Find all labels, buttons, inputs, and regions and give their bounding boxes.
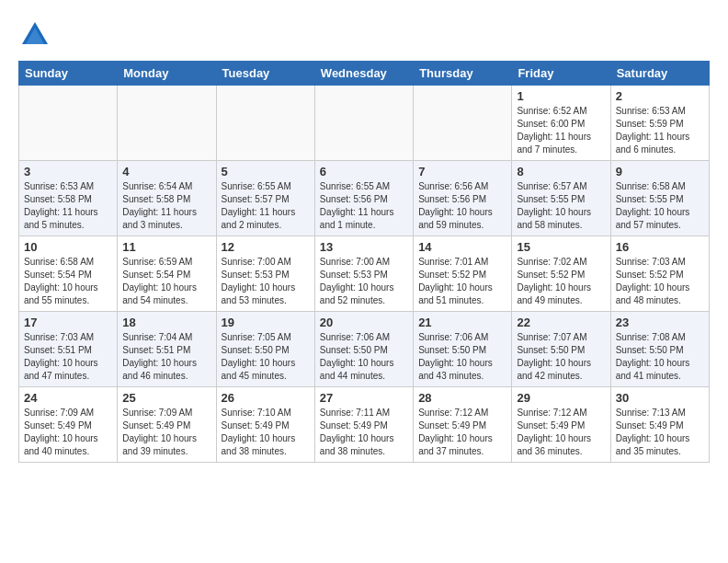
day-info: Sunrise: 6:53 AM Sunset: 5:58 PM Dayligh… <box>24 180 112 232</box>
day-info: Sunrise: 7:13 AM Sunset: 5:49 PM Dayligh… <box>616 407 704 458</box>
day-number: 8 <box>517 165 605 178</box>
calendar-cell: 27Sunrise: 7:11 AM Sunset: 5:49 PM Dayli… <box>314 387 413 463</box>
day-number: 4 <box>122 165 210 178</box>
calendar-cell <box>118 86 216 161</box>
calendar-cell: 8Sunrise: 6:57 AM Sunset: 5:55 PM Daylig… <box>512 161 610 236</box>
day-info: Sunrise: 7:07 AM Sunset: 5:50 PM Dayligh… <box>517 331 605 383</box>
calendar-cell: 13Sunrise: 7:00 AM Sunset: 5:53 PM Dayli… <box>314 236 413 312</box>
day-info: Sunrise: 6:53 AM Sunset: 5:59 PM Dayligh… <box>616 105 704 156</box>
day-info: Sunrise: 7:06 AM Sunset: 5:50 PM Dayligh… <box>418 331 506 383</box>
day-number: 23 <box>616 316 704 329</box>
calendar-cell <box>314 86 413 161</box>
calendar-cell: 14Sunrise: 7:01 AM Sunset: 5:52 PM Dayli… <box>414 236 512 312</box>
calendar-cell: 9Sunrise: 6:58 AM Sunset: 5:55 PM Daylig… <box>610 161 709 236</box>
day-number: 13 <box>320 240 408 254</box>
calendar-cell: 23Sunrise: 7:08 AM Sunset: 5:50 PM Dayli… <box>610 312 709 387</box>
calendar-cell: 1Sunrise: 6:52 AM Sunset: 6:00 PM Daylig… <box>512 86 610 161</box>
weekday-header: Wednesday <box>314 62 413 86</box>
day-info: Sunrise: 6:52 AM Sunset: 6:00 PM Dayligh… <box>517 105 605 156</box>
day-number: 7 <box>418 165 506 178</box>
day-info: Sunrise: 7:00 AM Sunset: 5:53 PM Dayligh… <box>222 256 310 307</box>
day-info: Sunrise: 7:12 AM Sunset: 5:49 PM Dayligh… <box>517 407 605 458</box>
day-number: 3 <box>24 165 112 178</box>
calendar-cell: 26Sunrise: 7:10 AM Sunset: 5:49 PM Dayli… <box>216 387 314 463</box>
calendar-cell: 25Sunrise: 7:09 AM Sunset: 5:49 PM Dayli… <box>118 387 216 463</box>
calendar-week-row: 3Sunrise: 6:53 AM Sunset: 5:58 PM Daylig… <box>19 161 710 236</box>
page: SundayMondayTuesdayWednesdayThursdayFrid… <box>0 0 728 472</box>
day-number: 18 <box>122 316 210 329</box>
day-number: 25 <box>122 391 210 405</box>
header <box>18 18 710 52</box>
day-number: 19 <box>222 316 310 329</box>
day-info: Sunrise: 6:55 AM Sunset: 5:57 PM Dayligh… <box>222 180 310 232</box>
calendar-cell: 7Sunrise: 6:56 AM Sunset: 5:56 PM Daylig… <box>414 161 512 236</box>
day-number: 2 <box>616 89 704 103</box>
day-info: Sunrise: 7:08 AM Sunset: 5:50 PM Dayligh… <box>616 331 704 383</box>
calendar-week-row: 1Sunrise: 6:52 AM Sunset: 6:00 PM Daylig… <box>19 86 710 161</box>
day-number: 26 <box>222 391 310 405</box>
day-number: 28 <box>418 391 506 405</box>
day-info: Sunrise: 7:00 AM Sunset: 5:53 PM Dayligh… <box>320 256 408 307</box>
calendar-week-row: 24Sunrise: 7:09 AM Sunset: 5:49 PM Dayli… <box>19 387 710 463</box>
day-number: 9 <box>616 165 704 178</box>
day-info: Sunrise: 6:59 AM Sunset: 5:54 PM Dayligh… <box>122 256 210 307</box>
calendar-cell: 16Sunrise: 7:03 AM Sunset: 5:52 PM Dayli… <box>610 236 709 312</box>
calendar-cell: 19Sunrise: 7:05 AM Sunset: 5:50 PM Dayli… <box>216 312 314 387</box>
calendar-cell: 5Sunrise: 6:55 AM Sunset: 5:57 PM Daylig… <box>216 161 314 236</box>
day-info: Sunrise: 7:12 AM Sunset: 5:49 PM Dayligh… <box>418 407 506 458</box>
calendar-cell: 10Sunrise: 6:58 AM Sunset: 5:54 PM Dayli… <box>19 236 118 312</box>
day-info: Sunrise: 6:58 AM Sunset: 5:54 PM Dayligh… <box>24 256 112 307</box>
day-info: Sunrise: 7:02 AM Sunset: 5:52 PM Dayligh… <box>517 256 605 307</box>
day-number: 12 <box>222 240 310 254</box>
day-info: Sunrise: 6:58 AM Sunset: 5:55 PM Dayligh… <box>616 180 704 232</box>
day-info: Sunrise: 7:01 AM Sunset: 5:52 PM Dayligh… <box>418 256 506 307</box>
calendar-cell: 11Sunrise: 6:59 AM Sunset: 5:54 PM Dayli… <box>118 236 216 312</box>
day-number: 14 <box>418 240 506 254</box>
calendar-cell: 21Sunrise: 7:06 AM Sunset: 5:50 PM Dayli… <box>414 312 512 387</box>
day-number: 17 <box>24 316 112 329</box>
calendar-cell: 15Sunrise: 7:02 AM Sunset: 5:52 PM Dayli… <box>512 236 610 312</box>
day-info: Sunrise: 7:09 AM Sunset: 5:49 PM Dayligh… <box>122 407 210 458</box>
day-number: 16 <box>616 240 704 254</box>
day-info: Sunrise: 7:09 AM Sunset: 5:49 PM Dayligh… <box>24 407 112 458</box>
weekday-header: Friday <box>512 62 610 86</box>
day-info: Sunrise: 6:57 AM Sunset: 5:55 PM Dayligh… <box>517 180 605 232</box>
calendar-cell <box>216 86 314 161</box>
calendar-cell: 18Sunrise: 7:04 AM Sunset: 5:51 PM Dayli… <box>118 312 216 387</box>
logo <box>18 18 57 52</box>
calendar-cell: 22Sunrise: 7:07 AM Sunset: 5:50 PM Dayli… <box>512 312 610 387</box>
day-number: 22 <box>517 316 605 329</box>
day-info: Sunrise: 6:56 AM Sunset: 5:56 PM Dayligh… <box>418 180 506 232</box>
logo-icon <box>18 18 51 52</box>
day-info: Sunrise: 7:05 AM Sunset: 5:50 PM Dayligh… <box>222 331 310 383</box>
calendar-cell: 30Sunrise: 7:13 AM Sunset: 5:49 PM Dayli… <box>610 387 709 463</box>
calendar-cell: 17Sunrise: 7:03 AM Sunset: 5:51 PM Dayli… <box>19 312 118 387</box>
day-number: 5 <box>222 165 310 178</box>
weekday-header: Thursday <box>414 62 512 86</box>
calendar-week-row: 17Sunrise: 7:03 AM Sunset: 5:51 PM Dayli… <box>19 312 710 387</box>
day-number: 24 <box>24 391 112 405</box>
day-number: 29 <box>517 391 605 405</box>
calendar-cell <box>414 86 512 161</box>
calendar-cell: 28Sunrise: 7:12 AM Sunset: 5:49 PM Dayli… <box>414 387 512 463</box>
calendar-cell: 3Sunrise: 6:53 AM Sunset: 5:58 PM Daylig… <box>19 161 118 236</box>
calendar-cell: 12Sunrise: 7:00 AM Sunset: 5:53 PM Dayli… <box>216 236 314 312</box>
day-info: Sunrise: 7:04 AM Sunset: 5:51 PM Dayligh… <box>122 331 210 383</box>
calendar-cell: 20Sunrise: 7:06 AM Sunset: 5:50 PM Dayli… <box>314 312 413 387</box>
calendar-header-row: SundayMondayTuesdayWednesdayThursdayFrid… <box>19 62 710 86</box>
calendar-cell: 29Sunrise: 7:12 AM Sunset: 5:49 PM Dayli… <box>512 387 610 463</box>
calendar: SundayMondayTuesdayWednesdayThursdayFrid… <box>18 61 710 463</box>
day-number: 6 <box>320 165 408 178</box>
weekday-header: Sunday <box>19 62 118 86</box>
weekday-header: Monday <box>118 62 216 86</box>
day-info: Sunrise: 6:54 AM Sunset: 5:58 PM Dayligh… <box>122 180 210 232</box>
calendar-cell: 4Sunrise: 6:54 AM Sunset: 5:58 PM Daylig… <box>118 161 216 236</box>
day-info: Sunrise: 7:03 AM Sunset: 5:52 PM Dayligh… <box>616 256 704 307</box>
day-number: 30 <box>616 391 704 405</box>
day-number: 15 <box>517 240 605 254</box>
day-info: Sunrise: 7:03 AM Sunset: 5:51 PM Dayligh… <box>24 331 112 383</box>
calendar-week-row: 10Sunrise: 6:58 AM Sunset: 5:54 PM Dayli… <box>19 236 710 312</box>
day-number: 11 <box>122 240 210 254</box>
weekday-header: Tuesday <box>216 62 314 86</box>
weekday-header: Saturday <box>610 62 709 86</box>
